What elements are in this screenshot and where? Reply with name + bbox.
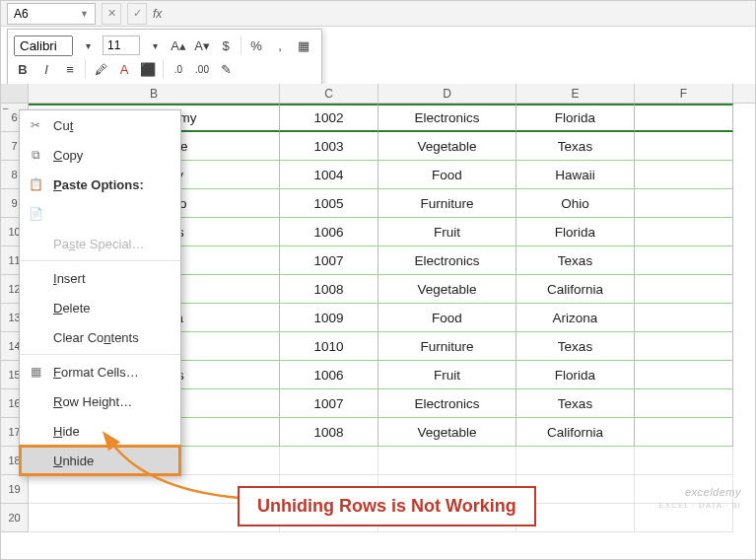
cell[interactable]: 1009 <box>280 304 378 332</box>
row-header[interactable]: 19 <box>1 475 29 504</box>
cell[interactable]: Florida <box>516 361 635 389</box>
decrease-decimal-icon[interactable]: .00 <box>193 60 211 78</box>
borders-icon[interactable]: ⬛ <box>139 60 157 78</box>
italic-button[interactable]: I <box>37 60 55 78</box>
cell[interactable]: Texas <box>516 132 635 161</box>
cell[interactable]: Fruit <box>378 218 516 246</box>
menu-item-label: Unhide <box>53 454 94 468</box>
cell[interactable]: Electronics <box>378 104 516 132</box>
cell[interactable]: 1006 <box>280 218 378 246</box>
cell[interactable]: Food <box>378 161 516 189</box>
cell[interactable]: California <box>516 418 635 447</box>
cell[interactable]: 1005 <box>280 189 378 218</box>
menu-item-paste-options-[interactable]: 📋Paste Options: <box>20 170 180 199</box>
cell[interactable]: Florida <box>516 104 635 132</box>
cell[interactable]: Vegetable <box>378 275 516 304</box>
cell[interactable]: Vegetable <box>378 132 516 161</box>
fill-color-icon[interactable]: 🖉 <box>92 60 109 78</box>
cell[interactable]: Furniture <box>378 332 516 361</box>
cell[interactable] <box>516 447 635 475</box>
font-size-select[interactable] <box>103 35 140 55</box>
decrease-font-icon[interactable]: A▾ <box>193 36 211 54</box>
cell[interactable]: Electronics <box>378 246 516 275</box>
menu-item-row-height-[interactable]: Row Height… <box>20 386 180 416</box>
cell[interactable]: Hawaii <box>516 161 635 189</box>
cell[interactable]: Arizona <box>516 304 635 332</box>
cell[interactable] <box>635 418 733 447</box>
confirm-formula-button[interactable]: ✓ <box>127 3 147 25</box>
cell[interactable]: 1006 <box>280 361 378 389</box>
cell[interactable]: 1007 <box>280 389 378 418</box>
font-name-select[interactable] <box>14 35 73 56</box>
copy-icon: ⧉ <box>28 148 43 162</box>
cell[interactable] <box>635 104 733 132</box>
menu-item-paste-special-: Paste Special… <box>20 229 180 258</box>
cell[interactable] <box>635 361 733 389</box>
cell[interactable]: Texas <box>516 246 635 275</box>
percent-icon[interactable]: % <box>247 36 265 54</box>
cell[interactable]: 1002 <box>280 104 378 132</box>
comma-icon[interactable]: , <box>271 36 289 54</box>
name-box[interactable]: A6 ▼ <box>7 3 96 25</box>
cell[interactable]: Texas <box>516 389 635 418</box>
col-header-e[interactable]: E <box>516 84 635 103</box>
cell[interactable]: Electronics <box>378 389 516 418</box>
format-painter-icon[interactable]: ✎ <box>217 60 235 78</box>
cell[interactable]: Florida <box>516 218 635 246</box>
menu-item-paste-icon: 📄 <box>20 199 180 229</box>
cancel-formula-button[interactable]: ✕ <box>102 3 121 25</box>
menu-item-delete[interactable]: Delete <box>20 293 180 322</box>
cell[interactable]: 1007 <box>280 246 378 275</box>
menu-item-format-cells-[interactable]: ▦Format Cells… <box>20 357 180 386</box>
select-all-corner[interactable] <box>1 84 29 103</box>
row-context-menu: ✂Cut⧉Copy📋Paste Options:📄Paste Special…I… <box>19 109 181 476</box>
cell[interactable]: Vegetable <box>378 418 516 447</box>
cell[interactable]: Ohio <box>516 189 635 218</box>
menu-item-label: Paste Special… <box>53 237 145 251</box>
font-color-icon[interactable]: A <box>115 60 133 78</box>
cell[interactable] <box>635 304 733 332</box>
currency-icon[interactable]: $ <box>217 36 235 54</box>
menu-item-clear-contents[interactable]: Clear Contents <box>20 322 180 352</box>
menu-item-copy[interactable]: ⧉Copy <box>20 140 180 170</box>
cell[interactable]: 1008 <box>280 275 378 304</box>
cell[interactable] <box>635 389 733 418</box>
mini-toolbar: ▾ ▾ A▴ A▾ $ % , ▦ B I ≡ 🖉 A ⬛ .0 .00 ✎ <box>7 29 322 86</box>
col-header-b[interactable]: B <box>29 84 280 103</box>
cell[interactable] <box>378 447 516 475</box>
watermark-line1: exceldemy <box>685 486 741 498</box>
col-header-c[interactable]: C <box>280 84 378 103</box>
bold-button[interactable]: B <box>14 60 32 78</box>
cell[interactable]: California <box>516 275 635 304</box>
cell[interactable] <box>635 218 733 246</box>
increase-font-icon[interactable]: A▴ <box>170 36 187 54</box>
col-header-f[interactable]: F <box>635 84 733 103</box>
cell[interactable] <box>635 275 733 304</box>
menu-item-cut[interactable]: ✂Cut <box>20 110 180 140</box>
cell[interactable]: 1004 <box>280 161 378 189</box>
col-header-d[interactable]: D <box>378 84 516 103</box>
menu-separator <box>20 260 180 261</box>
cell[interactable]: Fruit <box>378 361 516 389</box>
fx-label[interactable]: fx <box>153 7 162 21</box>
cell[interactable]: 1010 <box>280 332 378 361</box>
cell[interactable] <box>635 189 733 218</box>
align-button[interactable]: ≡ <box>61 60 79 78</box>
cell[interactable] <box>635 161 733 189</box>
increase-decimal-icon[interactable]: .0 <box>170 60 187 78</box>
border-icon[interactable]: ▦ <box>295 36 312 54</box>
menu-separator <box>20 354 180 355</box>
cell[interactable] <box>635 447 733 475</box>
cell[interactable] <box>635 332 733 361</box>
cell[interactable]: Food <box>378 304 516 332</box>
cell[interactable]: 1003 <box>280 132 378 161</box>
row-header[interactable]: 20 <box>1 504 29 532</box>
chevron-down-icon[interactable]: ▾ <box>146 36 164 54</box>
cell[interactable] <box>635 132 733 161</box>
cell[interactable] <box>635 246 733 275</box>
cell[interactable]: Furniture <box>378 189 516 218</box>
menu-item-insert[interactable]: Insert <box>20 263 180 293</box>
menu-item-label: Hide <box>53 424 80 439</box>
chevron-down-icon[interactable]: ▾ <box>79 36 97 54</box>
cell[interactable]: Texas <box>516 332 635 361</box>
